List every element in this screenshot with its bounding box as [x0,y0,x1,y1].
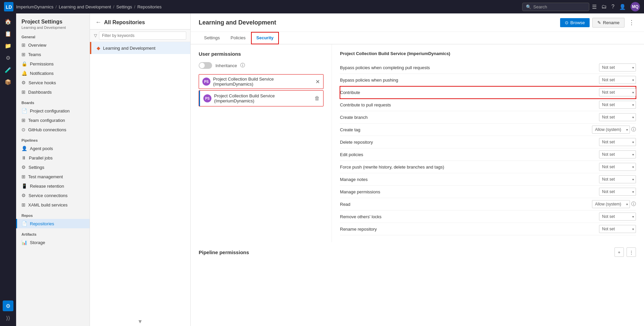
user-search-clear-icon[interactable]: ✕ [315,79,320,85]
release-retention-icon: 📱 [21,183,27,189]
mid-panel-title: All Repositories [104,19,145,26]
user-search-text: Project Collection Build Service (Imperi… [213,77,313,87]
service-hooks-icon: ⚙ [21,80,26,85]
permission-dropdown[interactable]: Allow (system) [592,126,630,134]
rail-artifacts[interactable]: 📦 [3,77,13,87]
sidebar-item-label: Overview [28,43,46,48]
sidebar-item-github-connections[interactable]: ⊙ GitHub connections [16,125,90,134]
user-list-item[interactable]: PS Project Collection Build Service (Imp… [199,91,323,106]
tab-settings[interactable]: Settings [199,32,225,44]
permission-row: ReadAllow (system)ⓘ [340,198,636,211]
permission-dropdown[interactable]: Not set [599,213,636,221]
sidebar-item-service-connections[interactable]: ⚙ Service connections [16,191,90,200]
sidebar-item-label: Project configuration [30,108,70,113]
sidebar-item-parallel-jobs[interactable]: ⏸ Parallel jobs [16,153,90,162]
sidebar-item-project-configuration[interactable]: 📄 Project configuration [16,106,90,115]
permission-dropdown[interactable]: Not set [599,113,636,121]
permission-dropdown[interactable]: Not set [599,225,636,233]
permissions-panel-title: Project Collection Build Service (Imperi… [340,51,636,56]
rail-testplans[interactable]: 🧪 [3,64,13,75]
search-icon: 🔍 [526,4,531,9]
rename-button[interactable]: ✎ Rename [592,18,625,28]
app-logo[interactable]: LD [4,2,13,11]
repo-list: ◆ Learning and Development [90,42,190,317]
browse-button[interactable]: ⊙ Browse [560,18,590,27]
sidebar-item-repositories[interactable]: 📄 Repositories [16,219,90,228]
permission-dropdown[interactable]: Not set [599,101,636,109]
sidebar-section-artifacts: Artifacts [16,228,90,238]
sidebar-item-overview[interactable]: ⊞ Overview [16,40,90,50]
user-permissions-section: User permissions Inheritance ⓘ PS Projec… [191,44,644,242]
sidebar-item-team-configuration[interactable]: ⊞ Team configuration [16,115,90,125]
permission-info-icon[interactable]: ⓘ [631,201,636,207]
inheritance-info-icon[interactable]: ⓘ [240,62,245,68]
permission-dropdown[interactable]: Not set [599,188,636,196]
permission-row: Contribute to pull requestsNot set [340,99,636,111]
repo-item[interactable]: ◆ Learning and Development [90,42,190,54]
top-search[interactable]: 🔍 Search [522,3,589,11]
sidebar-item-dashboards[interactable]: ⊞ Dashboards [16,87,90,97]
permission-info-icon[interactable]: ⓘ [631,127,636,133]
sidebar-item-storage[interactable]: 📊 Storage [16,238,90,247]
sidebar-item-permissions[interactable]: 🔒 Permissions [16,59,90,68]
rail-repos[interactable]: 📁 [3,40,13,51]
permission-row: Bypass policies when pushingNot set [340,74,636,86]
tab-policies[interactable]: Policies [225,32,251,44]
permission-row: Delete repositoryNot set [340,136,636,148]
rail-pipelines[interactable]: ⚙ [3,52,13,63]
permission-dropdown[interactable]: Not set [599,138,636,146]
more-button[interactable]: ⋮ [627,17,636,28]
rail-settings[interactable]: ⚙ [3,300,13,311]
permission-label: Contribute to pull requests [340,102,595,107]
filter-input[interactable] [99,32,186,40]
sidebar-section-boards: Boards [16,97,90,106]
sidebar-item-test-management[interactable]: ⊞ Test management [16,172,90,181]
sidebar-item-xaml-build[interactable]: ⊞ XAML build services [16,200,90,209]
basket-icon[interactable]: 🗂 [601,4,607,10]
back-button[interactable]: ← [95,19,101,26]
storage-icon: 📊 [21,240,27,245]
github-icon: ⊙ [21,127,26,132]
person-icon[interactable]: 👤 [619,4,626,10]
permission-dropdown[interactable]: Not set [599,150,636,158]
user-search-box[interactable]: PS Project Collection Build Service (Imp… [199,74,324,89]
avatar[interactable]: MQ [631,2,640,11]
permission-row: Manage permissionsNot set [340,186,636,198]
permission-dropdown[interactable]: Not set [599,76,636,84]
user-list-box: PS Project Collection Build Service (Imp… [199,90,324,106]
inheritance-toggle[interactable] [199,62,212,69]
user-delete-icon[interactable]: 🗑 [314,95,320,101]
list-icon[interactable]: ☰ [592,4,597,10]
breadcrumb-project[interactable]: Learning and Development [59,4,111,9]
rename-icon: ✎ [597,20,601,25]
sidebar-item-release-retention[interactable]: 📱 Release retention [16,181,90,191]
rail-boards[interactable]: 📋 [3,28,13,39]
sidebar-item-service-hooks[interactable]: ⚙ Service hooks [16,78,90,87]
permission-dropdown[interactable]: Not set [599,163,636,171]
sidebar-item-agent-pools[interactable]: 👤 Agent pools [16,144,90,153]
permission-rows: Bypass policies when completing pull req… [340,61,636,235]
pipeline-perms-actions: + ⋮ [614,247,636,257]
sidebar-item-settings[interactable]: ⚙ Settings [16,162,90,172]
permission-dropdown[interactable]: Allow (system) [592,200,630,208]
main-content: Learning and Development ⊙ Browse ✎ Rena… [191,13,644,326]
breadcrumb-org[interactable]: ImperiumDynamics [16,4,53,9]
help-icon[interactable]: ? [611,4,614,10]
permission-row: Manage notesNot set [340,173,636,186]
sidebar-item-notifications[interactable]: 🔔 Notifications [16,68,90,78]
xaml-build-icon: ⊞ [21,202,26,207]
permission-dropdown[interactable]: Not set [599,63,636,72]
more-pipeline-perms-button[interactable]: ⋮ [627,247,636,257]
add-pipeline-perm-button[interactable]: + [614,247,624,257]
permission-dropdown[interactable]: Not set [599,88,636,96]
breadcrumb-settings[interactable]: Settings [116,4,132,9]
permission-label: Create tag [340,127,588,132]
rail-home[interactable]: 🏠 [3,16,13,27]
sidebar-item-teams[interactable]: ⊞ Teams [16,50,90,59]
user-list-avatar: PS [203,94,211,102]
breadcrumb-repos[interactable]: Repositories [137,4,161,9]
rail-expand[interactable]: ⟩⟩ [3,313,13,323]
sidebar-item-label: Storage [30,240,45,245]
tab-security[interactable]: Security [251,32,279,44]
permission-dropdown[interactable]: Not set [599,175,636,183]
